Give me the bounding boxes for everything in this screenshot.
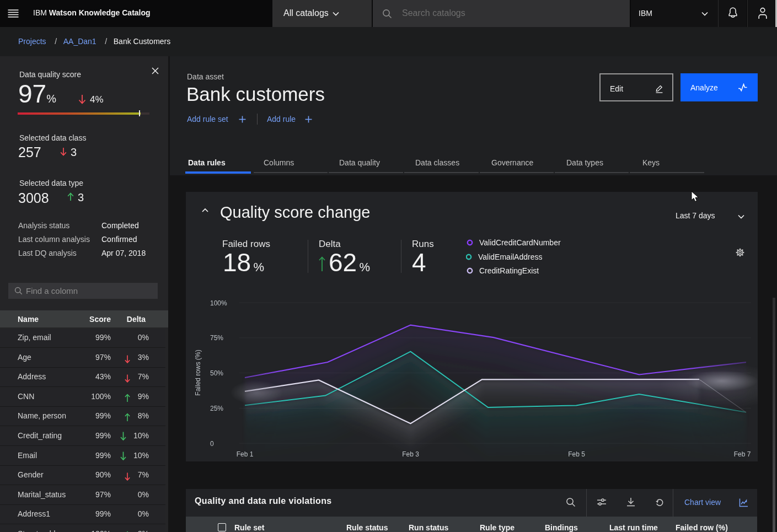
svg-text:50%: 50% bbox=[210, 369, 223, 377]
svg-text:25%: 25% bbox=[210, 405, 223, 412]
svg-text:75%: 75% bbox=[210, 334, 223, 342]
svg-text:100%: 100% bbox=[210, 299, 227, 307]
svg-text:0: 0 bbox=[210, 440, 214, 448]
svg-text:Failed rows (%): Failed rows (%) bbox=[194, 350, 202, 395]
